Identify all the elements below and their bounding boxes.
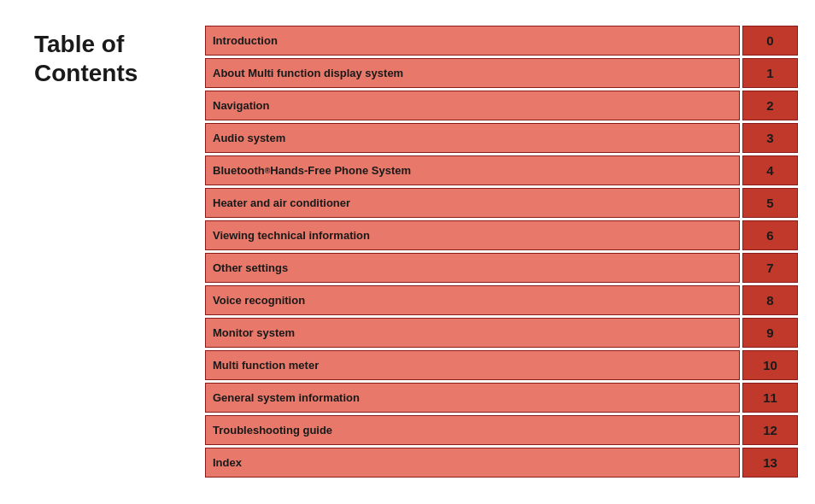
toc-number[interactable]: 1	[742, 58, 798, 88]
toc-section: Introduction0About Multi function displa…	[205, 26, 798, 478]
toc-label[interactable]: Navigation	[205, 91, 740, 120]
toc-number[interactable]: 3	[742, 123, 798, 153]
toc-label[interactable]: Monitor system	[205, 318, 740, 348]
toc-row[interactable]: Multi function meter10	[205, 350, 798, 380]
toc-row[interactable]: Voice recognition8	[205, 285, 798, 315]
toc-label[interactable]: Bluetooth® Hands-Free Phone System	[205, 155, 740, 185]
toc-label[interactable]: Viewing technical information	[205, 220, 740, 250]
page-container: Table of Contents Introduction0About Mul…	[0, 0, 815, 504]
toc-number[interactable]: 11	[742, 383, 798, 413]
toc-number[interactable]: 2	[742, 91, 798, 120]
toc-label[interactable]: Multi function meter	[205, 350, 740, 380]
toc-label[interactable]: About Multi function display system	[205, 58, 740, 88]
toc-label[interactable]: Troubleshooting guide	[205, 415, 740, 445]
toc-number[interactable]: 4	[742, 155, 798, 185]
toc-number[interactable]: 7	[742, 253, 798, 283]
toc-row[interactable]: Other settings7	[205, 253, 798, 283]
toc-number[interactable]: 12	[742, 415, 798, 445]
toc-row[interactable]: Audio system3	[205, 123, 798, 153]
toc-label[interactable]: General system information	[205, 383, 740, 413]
title-section: Table of Contents	[34, 26, 205, 87]
toc-number[interactable]: 10	[742, 350, 798, 380]
toc-row[interactable]: Viewing technical information6	[205, 220, 798, 250]
toc-number[interactable]: 9	[742, 318, 798, 348]
page-title: Table of Contents	[34, 30, 188, 87]
toc-number[interactable]: 6	[742, 220, 798, 250]
toc-number[interactable]: 13	[742, 448, 798, 478]
toc-row[interactable]: Navigation2	[205, 91, 798, 120]
toc-label[interactable]: Introduction	[205, 26, 740, 56]
toc-number[interactable]: 8	[742, 285, 798, 315]
toc-label[interactable]: Audio system	[205, 123, 740, 153]
toc-row[interactable]: Introduction0	[205, 26, 798, 56]
toc-number[interactable]: 0	[742, 26, 798, 56]
toc-label[interactable]: Voice recognition	[205, 285, 740, 315]
toc-label[interactable]: Index	[205, 448, 740, 478]
toc-label[interactable]: Heater and air conditioner	[205, 188, 740, 218]
toc-row[interactable]: Monitor system9	[205, 318, 798, 348]
toc-label[interactable]: Other settings	[205, 253, 740, 283]
toc-row[interactable]: General system information11	[205, 383, 798, 413]
toc-number[interactable]: 5	[742, 188, 798, 218]
toc-row[interactable]: Troubleshooting guide12	[205, 415, 798, 445]
toc-row[interactable]: Heater and air conditioner5	[205, 188, 798, 218]
toc-row[interactable]: About Multi function display system1	[205, 58, 798, 88]
toc-row[interactable]: Bluetooth® Hands-Free Phone System4	[205, 155, 798, 185]
toc-row[interactable]: Index13	[205, 448, 798, 478]
